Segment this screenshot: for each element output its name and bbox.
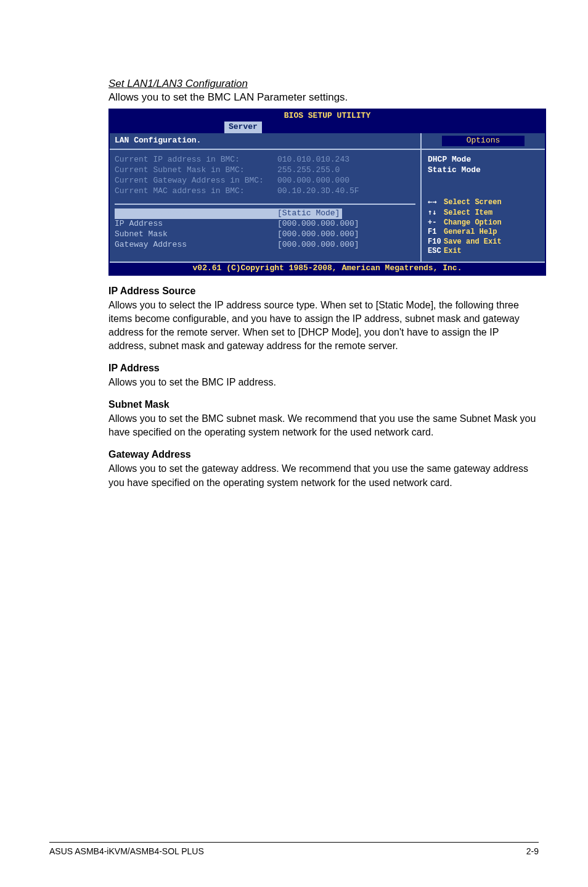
section-heading: Set LAN1/LAN3 Configuration (108, 78, 539, 90)
sec-text-subnet: Allows you to set the BMC subnet mask. W… (108, 412, 539, 439)
page-footer: ASUS ASMB4-iKVM/ASMB4-SOL PLUS 2-9 (49, 842, 539, 856)
option-dhcp[interactable]: DHCP Mode (428, 155, 540, 165)
sec-text-gateway: Allows you to set the gateway address. W… (108, 462, 539, 489)
subnet-mask-row[interactable]: Subnet Mask[000.000.000.000] (115, 229, 415, 240)
bios-title: BIOS SETUP UTILITY (284, 110, 370, 122)
sec-text-ip-source: Allows you to select the IP address sour… (108, 299, 539, 353)
sec-title-subnet: Subnet Mask (108, 399, 539, 410)
sec-title-ip-address: IP Address (108, 363, 539, 374)
config-rows: IP Address Source[Static Mode] IP Addres… (115, 208, 415, 250)
ip-address-row[interactable]: IP Address[000.000.000.000] (115, 219, 415, 229)
help-keys: ←→Select Screen ↑↓Select Item +-Change O… (428, 197, 540, 257)
ip-address-source-row[interactable]: IP Address Source[Static Mode] (115, 208, 415, 219)
sec-title-ip-source: IP Address Source (108, 286, 539, 297)
page-number: 2-9 (526, 846, 539, 856)
footer-product: ASUS ASMB4-iKVM/ASMB4-SOL PLUS (49, 846, 204, 856)
gateway-address-row[interactable]: Gateway Address[000.000.000.000] (115, 240, 415, 250)
bios-tab-server[interactable]: Server (224, 122, 262, 133)
sec-title-gateway: Gateway Address (108, 449, 539, 460)
options-list: DHCP Mode Static Mode (428, 155, 540, 176)
divider (115, 204, 415, 205)
current-values: Current IP address in BMC:010.010.010.24… (115, 155, 415, 197)
bios-utility: BIOS SETUP UTILITY Server LAN Configurat… (108, 109, 546, 276)
option-static[interactable]: Static Mode (428, 165, 540, 176)
intro-text: Allows you to set the BMC LAN Parameter … (108, 91, 539, 104)
lan-configuration-header: LAN Configuration. (110, 133, 420, 149)
options-header: Options (420, 133, 545, 149)
bios-footer: v02.61 (C)Copyright 1985-2008, American … (110, 262, 545, 274)
sec-text-ip-address: Allows you to set the BMC IP address. (108, 376, 539, 389)
